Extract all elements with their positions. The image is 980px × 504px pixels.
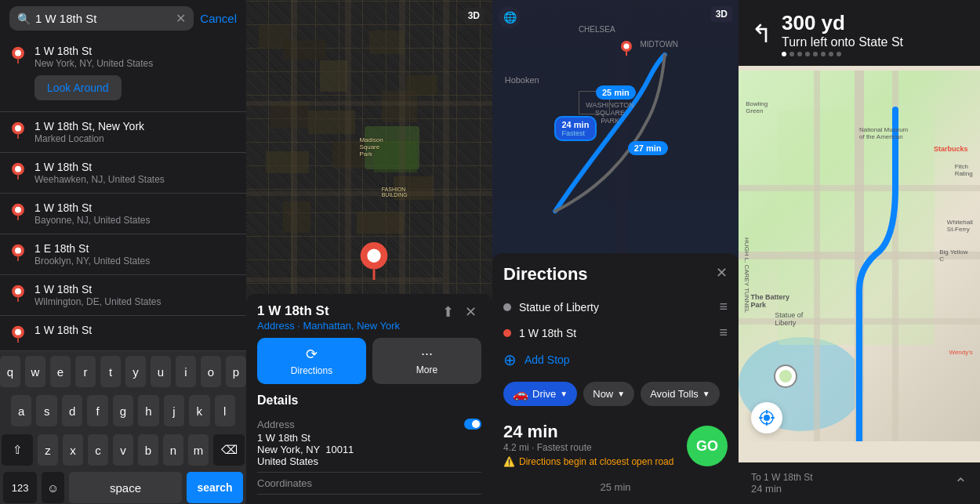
key-n[interactable]: n <box>163 434 183 466</box>
info-card-title: 1 W 18th St <box>257 303 400 319</box>
key-d[interactable]: d <box>62 395 82 426</box>
add-stop-row[interactable]: ⊕ Add Stop <box>503 346 728 374</box>
nav-expand-button[interactable]: ⌃ <box>954 474 967 493</box>
satellite-map-panel: MadisonSquarePark FASHIONBUILDING AP 🌡️ … <box>246 0 492 504</box>
location-pin-icon-4 <box>9 244 27 261</box>
key-backspace[interactable]: ⌫ <box>213 434 245 466</box>
key-m[interactable]: m <box>188 434 209 466</box>
dest-handle-icon[interactable]: ≡ <box>719 325 728 341</box>
key-o[interactable]: o <box>201 356 221 387</box>
key-i[interactable]: i <box>176 356 196 387</box>
directions-close-button[interactable]: ✕ <box>716 264 728 281</box>
key-y[interactable]: y <box>125 356 146 387</box>
key-shift[interactable]: ⇧ <box>2 434 33 466</box>
nav-instruction: Turn left onto State St <box>782 35 903 49</box>
go-button[interactable]: GO <box>687 426 728 466</box>
dest-label: 1 W 18th St <box>519 327 711 339</box>
search-result-5[interactable]: 1 W 18th St Wilmington, DE, United State… <box>0 275 246 316</box>
close-card-button[interactable]: ✕ <box>460 303 481 321</box>
navigation-panel: ↱ 300 yd Turn left onto State St <box>739 0 980 504</box>
tolls-pill[interactable]: Avoid Tolls ▼ <box>641 382 720 406</box>
nav-location-button[interactable] <box>751 402 782 433</box>
nav-dot-8 <box>837 52 841 56</box>
hoboken-label: Hoboken <box>505 75 539 85</box>
key-r[interactable]: r <box>75 356 96 387</box>
nav-turn-container: ↱ <box>751 19 772 49</box>
add-stop-label: Add Stop <box>524 354 570 366</box>
key-e[interactable]: e <box>50 356 71 387</box>
directions-button[interactable]: ⟳ Directions <box>257 338 366 384</box>
result-text-3: 1 W 18th St Bayonne, NJ, United States <box>34 201 237 226</box>
route-detail: 4.2 mi · Fastest route <box>503 442 673 453</box>
coordinates-detail-row: Coordinates <box>257 473 481 495</box>
keyboard-row-1: q w e r t y u i o p <box>0 351 246 390</box>
next-route-time: 25 min <box>503 478 728 493</box>
search-result-0[interactable]: 1 W 18th St New York, NY, United States … <box>0 37 246 112</box>
search-submit-key[interactable]: search <box>187 472 243 503</box>
search-result-3[interactable]: 1 W 18th St Bayonne, NJ, United States <box>0 194 246 234</box>
key-q[interactable]: q <box>0 356 20 387</box>
directions-globe-button[interactable]: 🌐 <box>499 6 521 28</box>
key-a[interactable]: a <box>11 395 31 426</box>
directions-3d-button[interactable]: 3D <box>711 6 732 22</box>
fitch-rating-label: FitchRating <box>955 163 973 177</box>
search-icon: 🔍 <box>17 13 31 25</box>
key-123[interactable]: 123 <box>3 472 37 503</box>
more-button[interactable]: ··· More <box>372 338 481 384</box>
origin-dot <box>503 303 511 311</box>
route-badge-24-fastest[interactable]: 24 min Fastest <box>554 116 597 141</box>
drive-label: Drive <box>532 388 556 400</box>
whitehall-label: WhitehallSt-Ferry <box>947 219 973 233</box>
key-l[interactable]: l <box>215 395 235 426</box>
key-j[interactable]: j <box>164 395 184 426</box>
key-b[interactable]: b <box>138 434 158 466</box>
look-around-button[interactable]: Look Around <box>34 75 122 100</box>
key-f[interactable]: f <box>87 395 107 426</box>
clear-search-button[interactable]: ✕ <box>176 11 186 26</box>
key-w[interactable]: w <box>25 356 45 387</box>
time-label: Now <box>593 388 613 400</box>
key-z[interactable]: z <box>38 434 58 466</box>
keyboard-row-2: a s d f g h j k l <box>0 390 246 430</box>
result-subtitle-1: Marked Location <box>34 133 237 144</box>
key-k[interactable]: k <box>189 395 209 426</box>
location-info-card: 1 W 18th St Address · Manhattan, New Yor… <box>246 294 492 504</box>
drive-pill[interactable]: 🚗 Drive ▼ <box>503 382 577 406</box>
transport-options: 🚗 Drive ▼ Now ▼ Avoid Tolls ▼ <box>503 382 728 406</box>
key-g[interactable]: g <box>113 395 133 426</box>
key-c[interactable]: c <box>88 434 108 466</box>
time-arrow-icon: ▼ <box>617 390 625 398</box>
address-toggle[interactable] <box>464 419 481 430</box>
more-icon: ··· <box>421 346 433 362</box>
result-text-0: 1 W 18th St New York, NY, United States <box>34 45 153 69</box>
key-s[interactable]: s <box>36 395 56 426</box>
nav-dest-label: To 1 W 18th St <box>751 472 813 483</box>
route-badge-fastest[interactable]: 27 min <box>628 141 668 155</box>
info-card-title-area: 1 W 18th St Address · Manhattan, New Yor… <box>257 303 400 332</box>
key-space[interactable]: space <box>69 472 182 503</box>
key-p[interactable]: p <box>226 356 246 387</box>
key-emoji[interactable]: ☺ <box>42 472 64 503</box>
route-result: 24 min 4.2 mi · Fastest route ⚠️ Directi… <box>503 414 728 478</box>
key-t[interactable]: t <box>100 356 121 387</box>
share-button[interactable]: ⬆ <box>437 303 459 321</box>
3d-button[interactable]: 3D <box>463 8 485 24</box>
drive-icon: 🚗 <box>513 386 528 401</box>
search-result-6[interactable]: 1 W 18th St <box>0 316 246 351</box>
navigation-map: The BatteryPark Statue ofLiberty Starbuc… <box>739 71 980 441</box>
search-bar[interactable]: 🔍 1 W 18th St ✕ <box>9 6 194 31</box>
key-x[interactable]: x <box>63 434 83 466</box>
key-v[interactable]: v <box>113 434 133 466</box>
search-result-4[interactable]: 1 E 18th St Brooklyn, NY, United States <box>0 234 246 275</box>
search-result-1[interactable]: 1 W 18th St, New York Marked Location <box>0 112 246 153</box>
route-badge-25[interactable]: 25 min <box>596 85 636 100</box>
nav-dot-2 <box>789 52 794 56</box>
search-result-2[interactable]: 1 W 18th St Weehawken, NJ, United States <box>0 153 246 194</box>
time-pill[interactable]: Now ▼ <box>583 382 634 406</box>
origin-handle-icon[interactable]: ≡ <box>719 299 728 315</box>
key-h[interactable]: h <box>138 395 158 426</box>
cancel-button[interactable]: Cancel <box>200 12 237 25</box>
svg-point-7 <box>15 207 21 213</box>
key-u[interactable]: u <box>151 356 171 387</box>
drive-arrow-icon: ▼ <box>560 390 568 398</box>
